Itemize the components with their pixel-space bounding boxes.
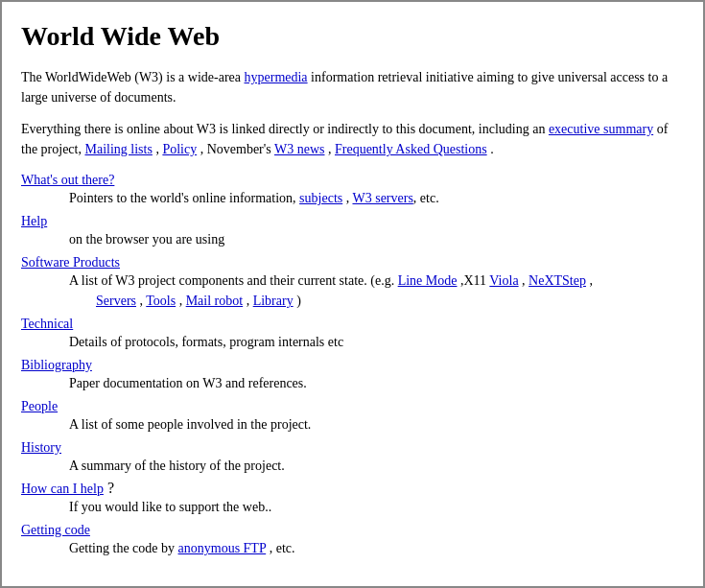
line-mode-link[interactable]: Line Mode (398, 273, 458, 288)
intro-paragraph-1: The WorldWideWeb (W3) is a wide-area hyp… (21, 67, 684, 107)
section-how-can-i-help: How can I help ? If you would like to su… (21, 480, 684, 517)
technical-desc: Details of protocols, formats, program i… (69, 332, 684, 352)
section-bibliography: Bibliography Paper documentation on W3 a… (21, 356, 684, 393)
whats-out-there-link[interactable]: What's out there? (21, 173, 114, 187)
software-products-desc: A list of W3 project components and thei… (69, 270, 684, 311)
help-desc: on the browser you are using (69, 229, 684, 249)
viola-link[interactable]: Viola (489, 273, 518, 288)
intro-paragraph-2: Everything there is online about W3 is l… (21, 119, 684, 159)
section-getting-code: Getting code Getting the code by anonymo… (21, 521, 684, 558)
section-technical: Technical Details of protocols, formats,… (21, 315, 684, 352)
subjects-link[interactable]: subjects (299, 191, 342, 205)
history-desc: A summary of the history of the project. (69, 456, 684, 476)
anonymous-ftp-link[interactable]: anonymous FTP (178, 541, 267, 555)
intro-text-1: The WorldWideWeb (W3) is a wide-area (21, 70, 245, 84)
people-link[interactable]: People (21, 399, 58, 413)
whats-out-there-desc: Pointers to the world's online informati… (69, 188, 684, 208)
help-link[interactable]: Help (21, 214, 47, 228)
getting-code-link[interactable]: Getting code (21, 523, 90, 537)
section-history: History A summary of the history of the … (21, 438, 684, 476)
mailing-lists-link[interactable]: Mailing lists (84, 142, 152, 156)
history-link[interactable]: History (21, 440, 61, 455)
section-people: People A list of some people involved in… (21, 397, 684, 435)
intro-text-2a: Everything there is online about W3 is l… (21, 122, 549, 136)
people-desc: A list of some people involved in the pr… (69, 414, 684, 435)
intro-text-2c: , (153, 142, 163, 156)
section-software-products: Software Products A list of W3 project c… (21, 253, 684, 311)
main-window: World Wide Web The WorldWideWeb (W3) is … (0, 0, 705, 588)
hypermedia-link[interactable]: hypermedia (245, 70, 308, 84)
software-products-link[interactable]: Software Products (21, 255, 120, 270)
section-whats-out-there: What's out there? Pointers to the world'… (21, 171, 684, 208)
bibliography-link[interactable]: Bibliography (21, 358, 92, 372)
bibliography-desc: Paper documentation on W3 and references… (69, 373, 684, 393)
mail-robot-link[interactable]: Mail robot (186, 294, 244, 308)
w3news-link[interactable]: W3 news (274, 142, 325, 156)
intro-text-2f: . (487, 142, 494, 156)
servers-link[interactable]: Servers (96, 294, 136, 308)
intro-text-2e: , (324, 142, 335, 156)
w3servers-link[interactable]: W3 servers (352, 191, 412, 205)
how-can-i-help-link[interactable]: How can I help (21, 482, 104, 496)
policy-link[interactable]: Policy (162, 142, 197, 156)
how-can-i-help-desc: If you would like to support the web.. (69, 497, 684, 517)
faq-link[interactable]: Frequently Asked Questions (335, 142, 487, 156)
getting-code-desc: Getting the code by anonymous FTP , etc. (69, 538, 684, 558)
technical-link[interactable]: Technical (21, 317, 73, 331)
section-help: Help on the browser you are using (21, 212, 684, 249)
tools-link[interactable]: Tools (146, 294, 176, 308)
page-title: World Wide Web (21, 21, 684, 52)
intro-text-2d: , November's (197, 142, 274, 156)
section-list: What's out there? Pointers to the world'… (21, 171, 684, 558)
executive-summary-link[interactable]: executive summary (549, 122, 653, 136)
library-link[interactable]: Library (253, 294, 294, 308)
nextstep-link[interactable]: NeXTStep (529, 273, 586, 288)
how-can-i-help-suffix: ? (104, 480, 114, 496)
